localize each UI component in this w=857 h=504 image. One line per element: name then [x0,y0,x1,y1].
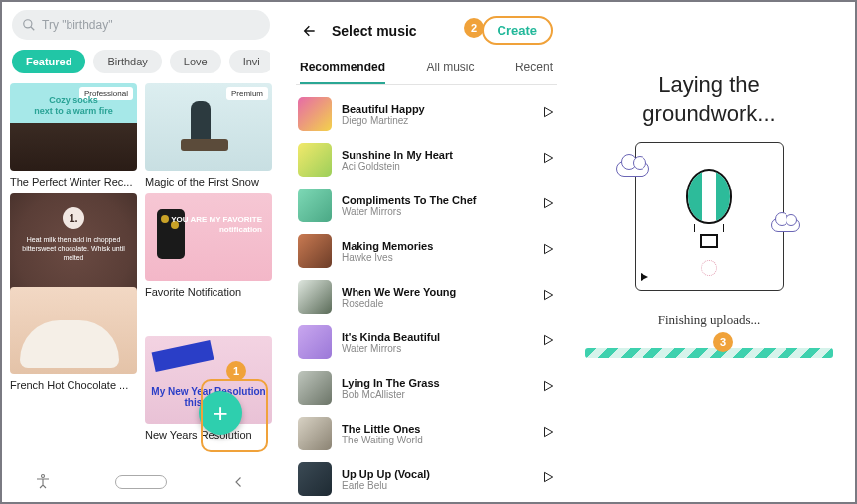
template-card[interactable]: Professional Cozy socksnext to a warm fi… [10,83,137,188]
play-button[interactable] [541,425,555,442]
loading-pane: Laying thegroundwork... Finishing upload… [563,2,855,502]
home-button[interactable] [115,475,167,489]
song-cover [298,234,332,268]
play-button[interactable] [541,151,555,169]
chip-birthday[interactable]: Birthday [93,50,161,73]
song-title: Up Up Up (Vocal) [342,468,541,480]
song-cover [298,371,332,405]
song-title: Lying In The Grass [342,377,541,389]
template-card[interactable]: Premium Magic of the First Snow [145,83,272,188]
play-button[interactable] [541,333,555,351]
song-cover [298,280,332,314]
song-list: Beautiful HappyDiego MartinezSunshine In… [294,91,559,502]
music-tabs: RecommendedAll musicRecent [294,55,559,84]
song-row[interactable]: Lying In The GrassBob McAllister [294,365,559,411]
back-icon[interactable] [230,473,248,491]
play-button[interactable] [541,105,555,123]
play-button[interactable] [541,242,555,260]
song-row[interactable]: The Little OnesThe Waiting World [294,411,559,456]
template-card[interactable]: French Hot Chocolate ... [10,287,137,441]
chip-love[interactable]: Love [170,50,221,73]
song-artist: Bob McAllister [342,389,541,400]
play-button[interactable] [541,288,555,306]
song-row[interactable]: When We Were YoungRosedale [294,274,559,319]
song-title: It's Kinda Beautiful [342,331,541,343]
song-cover [298,325,332,359]
song-title: Beautiful Happy [342,103,541,115]
search-placeholder: Try "birthday" [42,18,112,32]
song-artist: Aci Goldstein [342,161,541,172]
create-button[interactable]: Create [482,16,553,45]
song-row[interactable]: It's Kinda BeautifulWater Mirrors [294,319,559,365]
song-row[interactable]: Making MemoriesHawke Ives [294,228,559,274]
android-navbar [2,468,280,496]
play-button[interactable] [541,379,555,397]
progress-bar [585,348,833,358]
add-button[interactable]: + [199,391,242,435]
tab-all-music[interactable]: All music [426,55,474,84]
tab-recent[interactable]: Recent [515,55,553,84]
song-title: Making Memories [342,240,541,252]
song-title: Compliments To The Chef [342,194,541,206]
loading-illustration [635,142,784,291]
callout-badge-3: 3 [713,332,733,352]
svg-line-1 [31,27,35,31]
loading-status: Finishing uploads... [563,313,855,328]
song-artist: Diego Martinez [342,115,541,126]
templates-pane: Try "birthday" FeaturedBirthdayLoveInvi … [2,2,280,502]
balloon-icon [686,169,732,248]
search-input[interactable]: Try "birthday" [12,10,270,40]
svg-point-0 [24,20,32,28]
page-title: Select music [332,23,482,39]
svg-point-2 [42,475,45,478]
callout-badge-1: 1 [226,361,246,381]
loading-title: Laying thegroundwork... [563,71,855,128]
song-cover [298,97,332,131]
song-cover [298,462,332,496]
song-title: The Little Ones [342,423,541,435]
song-artist: Rosedale [342,298,541,309]
song-artist: Earle Belu [342,480,541,491]
search-icon [22,18,36,32]
template-grid: Professional Cozy socksnext to a warm fi… [8,83,274,441]
song-row[interactable]: Up Up Up (Vocal)Earle Belu [294,456,559,502]
song-artist: Hawke Ives [342,252,541,263]
template-card[interactable]: YOU ARE MY FAVORITE notification Favorit… [145,193,272,330]
song-artist: The Waiting World [342,435,541,445]
accessibility-icon[interactable] [34,473,52,491]
song-row[interactable]: Sunshine In My HeartAci Goldstein [294,137,559,183]
category-chips: FeaturedBirthdayLoveInvi [12,50,270,73]
song-row[interactable]: Beautiful HappyDiego Martinez [294,91,559,137]
tab-recommended[interactable]: Recommended [300,55,385,84]
song-cover [298,417,332,450]
song-row[interactable]: Compliments To The ChefWater Mirrors [294,183,559,228]
song-cover [298,189,332,222]
back-button[interactable] [300,21,320,41]
song-artist: Water Mirrors [342,206,541,217]
song-title: Sunshine In My Heart [342,149,541,161]
play-button[interactable] [541,196,555,214]
chip-featured[interactable]: Featured [12,50,85,73]
music-pane: Select music Create RecommendedAll music… [290,2,563,502]
song-artist: Water Mirrors [342,343,541,354]
chip-invi[interactable]: Invi [229,50,270,73]
play-button[interactable] [541,470,555,488]
callout-badge-2: 2 [464,18,484,38]
song-title: When We Were Young [342,286,541,298]
song-cover [298,143,332,177]
